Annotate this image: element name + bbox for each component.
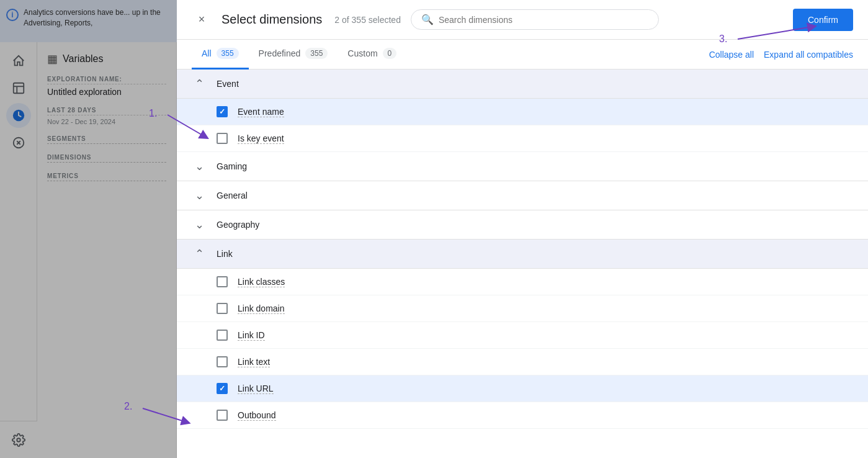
collapse-all-button[interactable]: Collapse all xyxy=(709,50,754,60)
item-link-domain-label: Link domain xyxy=(238,303,285,314)
item-outbound-label: Outbound xyxy=(238,410,276,421)
category-gaming[interactable]: ⌄ Gaming xyxy=(177,152,868,181)
tab-all-label: All xyxy=(202,48,212,58)
item-event-name-label: Event name xyxy=(238,107,284,117)
tab-custom[interactable]: Custom 0 xyxy=(338,40,406,70)
tab-all-badge: 355 xyxy=(217,48,239,59)
checkbox-link-url[interactable] xyxy=(217,383,228,394)
category-event[interactable]: ⌃ Event xyxy=(177,70,868,99)
chevron-gaming-icon: ⌄ xyxy=(192,159,207,173)
checkbox-outbound[interactable] xyxy=(217,410,228,421)
category-link[interactable]: ⌃ Link xyxy=(177,240,868,269)
tab-custom-badge: 0 xyxy=(383,48,397,59)
search-box[interactable]: 🔍 xyxy=(411,9,659,30)
select-dimensions-modal: × Select dimensions 2 of 355 selected 🔍 … xyxy=(177,0,868,458)
item-event-name[interactable]: Event name xyxy=(177,99,868,125)
modal-header: × Select dimensions 2 of 355 selected 🔍 … xyxy=(177,0,868,40)
item-is-key-event[interactable]: Is key event xyxy=(177,125,868,152)
category-general-label: General xyxy=(217,191,248,200)
item-link-text-label: Link text xyxy=(238,357,270,367)
checkbox-link-id[interactable] xyxy=(217,330,228,341)
item-link-url[interactable]: Link URL xyxy=(177,375,868,402)
modal-title: Select dimensions xyxy=(221,12,322,27)
checkbox-is-key-event[interactable] xyxy=(217,133,228,144)
item-link-domain[interactable]: Link domain xyxy=(177,295,868,322)
category-general[interactable]: ⌄ General xyxy=(177,181,868,210)
selected-count: 2 of 355 selected xyxy=(334,15,401,25)
modal-actions: Confirm xyxy=(793,9,853,31)
chevron-link-icon: ⌃ xyxy=(192,247,207,261)
category-geography-label: Geography xyxy=(217,220,259,230)
tab-all[interactable]: All 355 xyxy=(192,40,249,70)
tabs-right-actions: Collapse all Expand all compatibles xyxy=(709,50,853,60)
search-icon: 🔍 xyxy=(421,14,434,25)
search-input[interactable] xyxy=(439,15,648,25)
category-gaming-label: Gaming xyxy=(217,161,247,171)
item-is-key-event-label: Is key event xyxy=(238,133,284,144)
category-geography[interactable]: ⌄ Geography xyxy=(177,210,868,240)
tabs-row: All 355 Predefined 355 Custom 0 Collapse… xyxy=(177,40,868,70)
item-link-classes-label: Link classes xyxy=(238,277,285,287)
chevron-event-icon: ⌃ xyxy=(192,77,207,91)
tab-predefined-badge: 355 xyxy=(305,48,328,59)
checkbox-link-domain[interactable] xyxy=(217,303,228,314)
expand-all-compatibles-button[interactable]: Expand all compatibles xyxy=(764,50,853,60)
item-link-classes[interactable]: Link classes xyxy=(177,269,868,295)
item-link-url-label: Link URL xyxy=(238,384,274,394)
checkbox-event-name[interactable] xyxy=(217,106,228,117)
tab-predefined[interactable]: Predefined 355 xyxy=(249,40,338,70)
item-link-text[interactable]: Link text xyxy=(177,349,868,375)
checkbox-link-text[interactable] xyxy=(217,356,228,367)
category-event-label: Event xyxy=(217,79,239,89)
item-link-id[interactable]: Link ID xyxy=(177,322,868,349)
category-link-label: Link xyxy=(217,249,233,259)
close-button[interactable]: × xyxy=(192,10,212,30)
tab-predefined-label: Predefined xyxy=(259,48,301,58)
tab-custom-label: Custom xyxy=(347,48,377,58)
chevron-geography-icon: ⌄ xyxy=(192,218,207,231)
item-link-id-label: Link ID xyxy=(238,330,265,341)
dimensions-list: ⌃ Event Event name Is key event ⌄ Gaming… xyxy=(177,70,868,458)
confirm-button[interactable]: Confirm xyxy=(793,9,853,31)
chevron-general-icon: ⌄ xyxy=(192,189,207,202)
checkbox-link-classes[interactable] xyxy=(217,276,228,287)
item-outbound[interactable]: Outbound xyxy=(177,402,868,429)
